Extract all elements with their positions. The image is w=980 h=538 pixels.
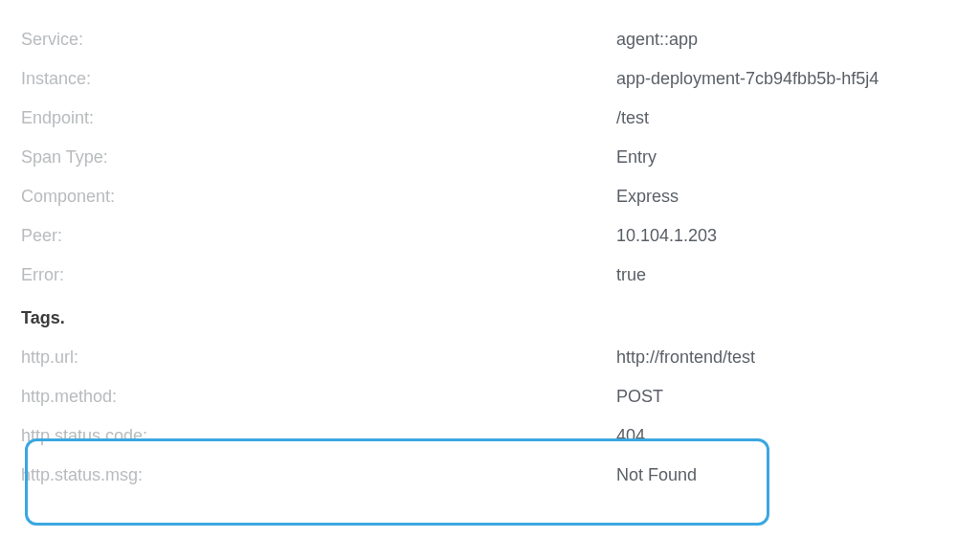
value-http-method: POST	[616, 384, 663, 410]
value-error: true	[616, 262, 646, 288]
value-instance: app-deployment-7cb94fbb5b-hf5j4	[616, 66, 879, 92]
value-http-url: http://frontend/test	[616, 345, 755, 370]
label-instance: Instance:	[21, 66, 616, 92]
label-peer: Peer:	[21, 223, 616, 249]
label-endpoint: Endpoint:	[21, 105, 616, 131]
tag-row-http-url: http.url: http://frontend/test	[21, 345, 959, 370]
label-component: Component:	[21, 184, 616, 210]
value-endpoint: /test	[616, 105, 649, 131]
tag-row-http-method: http.method: POST	[21, 384, 959, 410]
tag-row-http-status-msg: http.status.msg: Not Found	[21, 462, 959, 488]
label-http-status-msg: http.status.msg:	[21, 462, 616, 488]
detail-row-service: Service: agent::app	[21, 27, 959, 53]
label-error: Error:	[21, 262, 616, 288]
value-service: agent::app	[616, 27, 698, 53]
label-http-status-code: http.status.code:	[21, 423, 616, 449]
detail-row-endpoint: Endpoint: /test	[21, 105, 959, 131]
detail-row-peer: Peer: 10.104.1.203	[21, 223, 959, 249]
value-span-type: Entry	[616, 145, 657, 170]
label-span-type: Span Type:	[21, 145, 616, 170]
value-peer: 10.104.1.203	[616, 223, 717, 249]
detail-row-error: Error: true	[21, 262, 959, 288]
detail-row-instance: Instance: app-deployment-7cb94fbb5b-hf5j…	[21, 66, 959, 92]
label-http-url: http.url:	[21, 345, 616, 370]
tags-section-title: Tags.	[21, 305, 959, 331]
span-details-panel: Service: agent::app Instance: app-deploy…	[21, 27, 959, 488]
detail-row-component: Component: Express	[21, 184, 959, 210]
label-http-method: http.method:	[21, 384, 616, 410]
detail-row-span-type: Span Type: Entry	[21, 145, 959, 170]
value-component: Express	[616, 184, 679, 210]
label-service: Service:	[21, 27, 616, 53]
tag-row-http-status-code: http.status.code: 404	[21, 423, 959, 449]
value-http-status-msg: Not Found	[616, 462, 697, 488]
value-http-status-code: 404	[616, 423, 645, 449]
